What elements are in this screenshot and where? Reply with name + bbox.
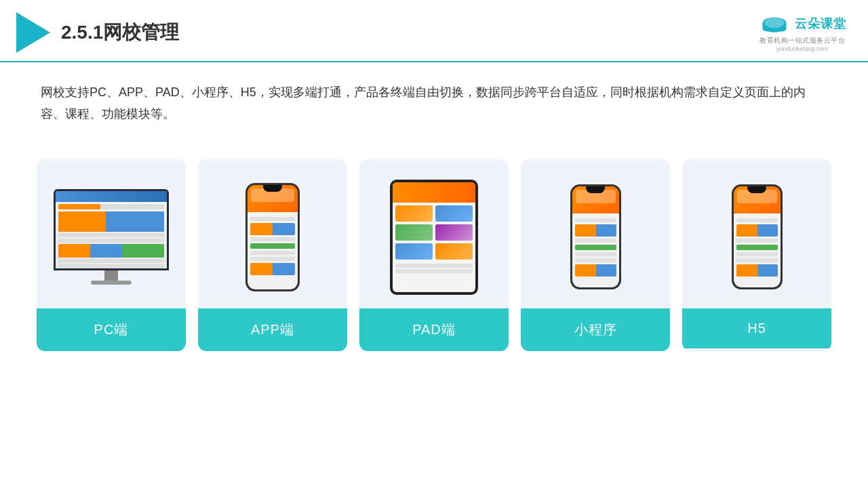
phone-app-icon <box>245 183 300 291</box>
brand-logo: 云朵课堂 教育机构一站式服务云平台 yunduoketang.com <box>758 13 846 52</box>
cloud-logo-container: 云朵课堂 <box>758 13 846 35</box>
page-title: 2.5.1网校管理 <box>61 20 179 45</box>
header: 2.5.1网校管理 云朵课堂 教育机构一站式服务云平台 yunduoketang… <box>0 0 868 62</box>
card-pad-label: PAD端 <box>359 308 509 351</box>
svg-point-4 <box>765 17 785 28</box>
header-left: 2.5.1网校管理 <box>16 12 179 53</box>
card-pad-image <box>359 159 509 308</box>
logo-url: yunduoketang.com <box>776 45 828 52</box>
card-h5-label: H5 <box>682 308 831 348</box>
cards-container: PC端 APP端 <box>0 146 868 351</box>
card-pc-image <box>37 159 186 308</box>
card-pad: PAD端 <box>359 159 509 351</box>
card-app: APP端 <box>198 159 347 351</box>
card-app-label: APP端 <box>198 308 347 351</box>
card-pc-label: PC端 <box>37 308 186 351</box>
description-text: 网校支持PC、APP、PAD、小程序、H5，实现多端打通，产品各终端自由切换，数… <box>0 62 868 139</box>
phone-miniprogram-icon <box>570 184 621 289</box>
logo-tagline: 教育机构一站式服务云平台 <box>760 36 845 45</box>
card-pc: PC端 <box>37 159 186 351</box>
tablet-icon <box>390 180 478 295</box>
phone-h5-icon <box>732 184 783 289</box>
card-miniprogram-image <box>521 159 670 308</box>
brand-triangle-icon <box>16 12 50 53</box>
card-app-image <box>198 159 347 308</box>
cloud-icon <box>758 13 791 35</box>
pc-monitor-icon <box>54 189 169 285</box>
card-miniprogram: 小程序 <box>521 159 670 351</box>
card-h5-image <box>682 159 831 308</box>
logo-text: 云朵课堂 <box>795 16 846 32</box>
card-h5: H5 <box>682 159 831 351</box>
description-content: 网校支持PC、APP、PAD、小程序、H5，实现多端打通，产品各终端自由切换，数… <box>41 85 806 121</box>
card-miniprogram-label: 小程序 <box>521 308 670 351</box>
